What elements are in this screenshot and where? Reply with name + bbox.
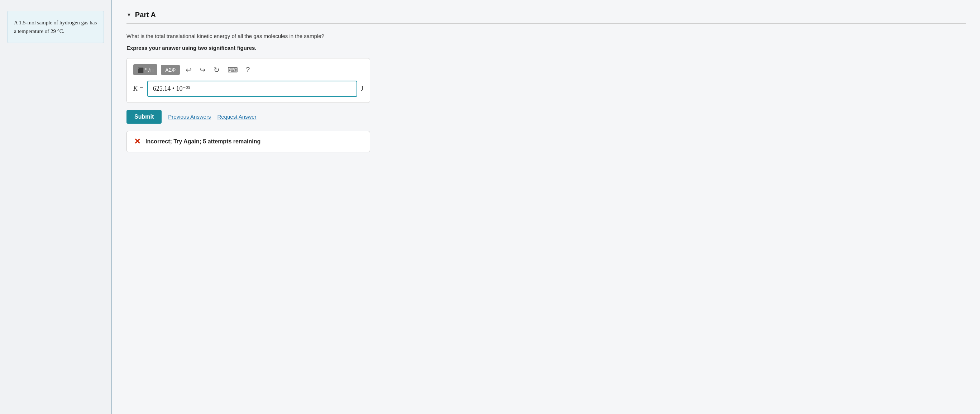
request-answer-button[interactable]: Request Answer: [217, 114, 256, 120]
feedback-box: ✕ Incorrect; Try Again; 5 attempts remai…: [126, 131, 370, 152]
left-panel: A 1.5-mol sample of hydrogen gas has a t…: [0, 0, 111, 414]
redo-button[interactable]: ↪: [197, 64, 208, 76]
redo-icon: ↪: [200, 65, 206, 74]
math-input-row: K = J: [133, 81, 363, 97]
help-icon: ?: [246, 65, 250, 74]
math-button-icon: ⬛ n√□: [138, 66, 153, 73]
undo-icon: ↩: [186, 65, 192, 74]
math-toolbar: ⬛ n√□ ΑΣΦ ↩ ↪ ↻ ⌨ ?: [133, 64, 363, 76]
error-icon: ✕: [134, 137, 140, 146]
reload-icon: ↻: [213, 65, 220, 74]
problem-text: A 1.5-mol sample of hydrogen gas has a t…: [14, 20, 97, 34]
keyboard-icon: ⌨: [228, 65, 238, 74]
undo-button[interactable]: ↩: [183, 64, 194, 76]
part-header: ▼ Part A: [126, 11, 966, 24]
unit-label: J: [361, 85, 363, 92]
help-button[interactable]: ?: [243, 64, 252, 75]
collapse-icon[interactable]: ▼: [126, 12, 132, 18]
right-panel: ▼ Part A What is the total translational…: [112, 0, 980, 414]
submit-button[interactable]: Submit: [126, 110, 162, 124]
part-title: Part A: [135, 11, 156, 19]
problem-box: A 1.5-mol sample of hydrogen gas has a t…: [7, 11, 104, 43]
greek-button-label: ΑΣΦ: [165, 67, 176, 73]
mol-underline: mol: [28, 20, 36, 25]
input-container: ⬛ n√□ ΑΣΦ ↩ ↪ ↻ ⌨ ?: [126, 58, 370, 103]
question-text: What is the total translational kinetic …: [126, 32, 966, 40]
feedback-message: Incorrect; Try Again; 5 attempts remaini…: [145, 139, 261, 145]
reload-button[interactable]: ↻: [212, 64, 222, 76]
greek-button[interactable]: ΑΣΦ: [161, 65, 180, 75]
previous-answers-button[interactable]: Previous Answers: [168, 114, 211, 120]
keyboard-button[interactable]: ⌨: [225, 64, 240, 76]
actions-row: Submit Previous Answers Request Answer: [126, 110, 966, 124]
instruction-text: Express your answer using two significan…: [126, 45, 966, 51]
math-button[interactable]: ⬛ n√□: [133, 64, 157, 75]
answer-input[interactable]: [147, 81, 357, 97]
k-label: K =: [133, 85, 144, 92]
